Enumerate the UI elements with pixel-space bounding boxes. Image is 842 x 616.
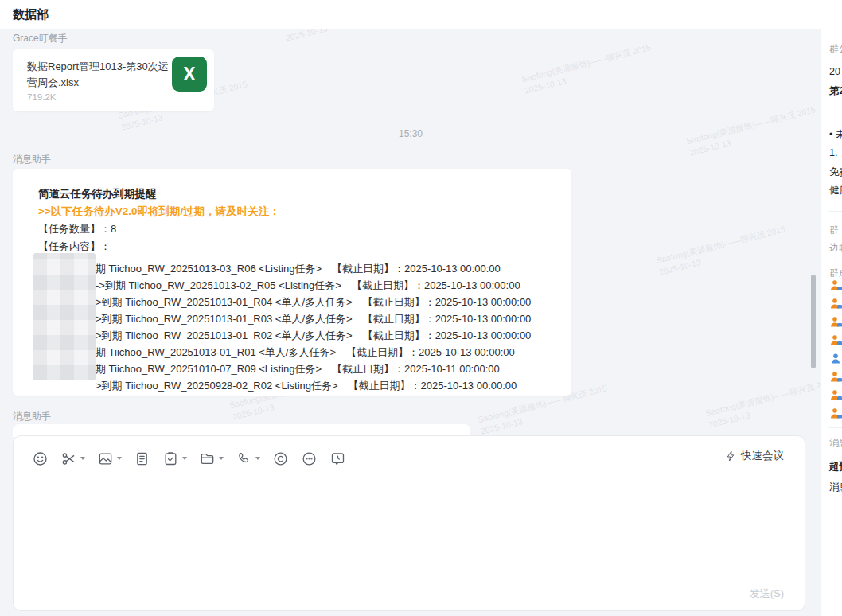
- announcement-line: 免费: [829, 166, 842, 179]
- pinned-message-item[interactable]: 消息: [829, 481, 842, 494]
- person-icon: [830, 279, 842, 292]
- task-row: 期 Tiichoo_RW_20251013-03_R06 <Listing任务>…: [38, 260, 560, 277]
- image-icon: [97, 450, 114, 467]
- task-content-line: 【任务内容】：: [38, 238, 560, 255]
- member-avatar[interactable]: [830, 279, 842, 292]
- todo-button[interactable]: [160, 447, 189, 470]
- announcement-line: 健康: [829, 184, 842, 197]
- chat-scrollbar[interactable]: [811, 275, 816, 368]
- pinned-message-item[interactable]: 超预: [829, 460, 842, 474]
- sender-name: 消息助手: [13, 153, 51, 166]
- person-icon: [830, 353, 842, 365]
- task-prefix: >到期: [96, 380, 123, 392]
- chat-title: 数据部: [13, 7, 49, 22]
- divider: [828, 259, 842, 259]
- file-message-card[interactable]: 数据Report管理1013-第30次运营周会.xlsx 719.2K X: [13, 49, 214, 111]
- message-clock-icon: [329, 450, 346, 467]
- call-button[interactable]: [233, 447, 263, 470]
- divider: [828, 427, 842, 428]
- sender-name: 消息助手: [13, 410, 51, 423]
- group-info-sidebar: 群公 20 第2 • 未 1. 免费 健康 群 边聊 群成 消息 超预 消息: [821, 29, 842, 616]
- task-text: Tiichoo_RW_20251013-03_R06 <Listing任务> 【…: [106, 263, 501, 275]
- chevron-down-icon: [80, 457, 85, 460]
- task-text: Tiichoo_RW_20251013-01_R04 <单人/多人任务> 【截止…: [123, 296, 532, 308]
- task-count-line: 【任务数量】：8: [38, 220, 560, 238]
- announcement-line: 20: [829, 66, 840, 77]
- task-text: Tiichoo_RW_20251013-01_R01 <单人/多人任务> 【截止…: [106, 346, 515, 358]
- image-button[interactable]: [95, 447, 124, 470]
- member-avatar[interactable]: [830, 298, 842, 310]
- lightning-icon: [724, 450, 737, 462]
- member-avatar[interactable]: [830, 371, 842, 384]
- watermark: Saofong(美源服饰)——聊兴茂 20152025-10-13: [704, 376, 839, 431]
- person-icon: [830, 389, 842, 402]
- task-text: Tiichoo_RW_20251013-02_R05 <Listing任务> 【…: [126, 279, 520, 291]
- task-prefix: 期: [96, 346, 106, 358]
- task-list: 期 Tiichoo_RW_20251013-03_R06 <Listing任务>…: [38, 260, 560, 394]
- folder-button[interactable]: [197, 447, 226, 470]
- person-icon: [830, 316, 842, 329]
- announcement-line: • 未: [829, 128, 842, 142]
- censored-names-blur: [33, 253, 96, 380]
- person-icon: [830, 371, 842, 384]
- task-prefix: 期: [96, 263, 106, 275]
- group-section-label: 群: [829, 224, 839, 237]
- member-avatar[interactable]: [830, 334, 842, 347]
- chat-history-button[interactable]: [327, 447, 349, 470]
- link-button[interactable]: [270, 447, 291, 470]
- file-name: 数据Report管理1013-第30次运营周会.xlsx: [27, 59, 172, 91]
- member-avatar[interactable]: [830, 353, 842, 365]
- task-prefix: >到期: [96, 313, 123, 325]
- task-row: >到期 Tiichoo_RW_20251013-01_R03 <单人/多人任务>…: [38, 310, 560, 327]
- announcement-line: 1.: [829, 147, 837, 158]
- watermark: Saofong(美源服饰)——聊兴茂 20152025-10-13: [655, 223, 789, 278]
- person-icon: [830, 334, 842, 347]
- quick-meeting-button[interactable]: 快速会议: [724, 449, 784, 463]
- message-composer: 快速会议 发送(S): [13, 435, 805, 611]
- reminder-subtitle: >>以下任务待办V2.0即将到期/过期，请及时关注：: [38, 203, 560, 220]
- task-text: Tiichoo_RW_20251013-01_R02 <单人/多人任务> 【截止…: [123, 329, 532, 341]
- scissors-icon: [60, 450, 77, 467]
- timestamp: 15:30: [0, 128, 821, 139]
- task-text: Tiichoo_RW_20250928-02_R02 <Listing任务> 【…: [123, 380, 517, 392]
- pinned-messages-label: 消息: [829, 436, 842, 450]
- task-row: >到期 Tiichoo_RW_20250928-02_R02 <Listing任…: [38, 377, 560, 394]
- reminder-title: 简道云任务待办到期提醒: [38, 185, 560, 203]
- announcement-line: 第2: [829, 84, 842, 98]
- more-button[interactable]: [298, 447, 320, 470]
- excel-file-icon: X: [172, 57, 207, 92]
- task-row: >到期 Tiichoo_RW_20251013-01_R04 <单人/多人任务>…: [38, 294, 560, 310]
- screenshot-button[interactable]: [58, 447, 88, 470]
- divider: [828, 211, 842, 212]
- task-row: ->到期 Tiichoo_RW_20251013-02_R05 <Listing…: [38, 277, 560, 294]
- task-row: 期 Tiichoo_RW_20251010-07_R09 <Listing任务>…: [38, 361, 560, 377]
- emoji-icon: [32, 450, 49, 467]
- file-button[interactable]: [131, 447, 153, 470]
- phone-icon: [236, 450, 252, 467]
- person-icon: [830, 407, 842, 420]
- group-members-label: 群成: [829, 267, 842, 280]
- task-reminder-card[interactable]: 简道云任务待办到期提醒 >>以下任务待办V2.0即将到期/过期，请及时关注： 【…: [13, 169, 571, 396]
- task-prefix: ->到期: [96, 279, 126, 291]
- message-input[interactable]: [23, 478, 795, 579]
- more-dots-icon: [301, 450, 318, 467]
- task-prefix: >到期: [96, 296, 123, 308]
- folder-icon: [199, 450, 216, 467]
- chevron-down-icon: [182, 457, 187, 460]
- task-text: Tiichoo_RW_20251010-07_R09 <Listing任务> 【…: [106, 363, 500, 375]
- member-avatar[interactable]: [830, 389, 842, 402]
- task-prefix: 期: [96, 363, 106, 375]
- task-prefix: >到期: [96, 329, 123, 341]
- watermark: Saofong(美源服饰)——聊兴茂 20152025-10-13: [520, 41, 655, 96]
- clipboard-check-icon: [162, 450, 179, 467]
- send-button[interactable]: 发送(S): [750, 587, 784, 601]
- document-icon: [134, 450, 150, 467]
- group-section-value[interactable]: 边聊: [829, 241, 842, 255]
- person-icon: [830, 298, 842, 310]
- emoji-button[interactable]: [29, 447, 51, 470]
- member-avatar[interactable]: [830, 407, 842, 420]
- chat-header: 数据部: [0, 0, 842, 29]
- task-text: Tiichoo_RW_20251013-01_R03 <单人/多人任务> 【截止…: [123, 313, 532, 325]
- task-row: >到期 Tiichoo_RW_20251013-01_R02 <单人/多人任务>…: [38, 327, 560, 344]
- member-avatar[interactable]: [830, 316, 842, 329]
